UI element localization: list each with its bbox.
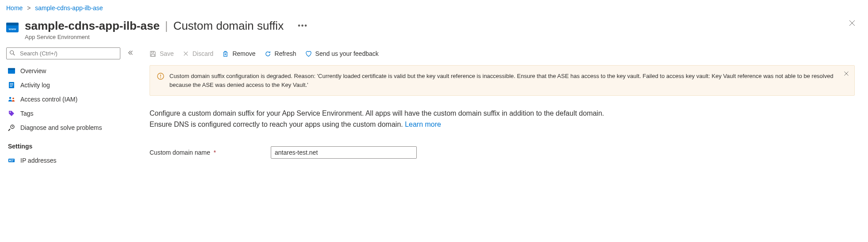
heart-icon [305,51,312,57]
svg-rect-17 [11,160,14,160]
sidebar-section-settings: Settings [4,135,137,153]
sidebar-item-overview[interactable]: Overview [4,64,137,78]
activity-log-icon [8,82,15,89]
warning-banner: Custom domain suffix configuration is de… [150,65,855,96]
save-label: Save [160,50,174,57]
learn-more-link[interactable]: Learn more [405,121,441,128]
svg-point-12 [12,98,14,99]
sidebar-item-label: Activity log [20,82,50,89]
page-subpage-title: Custom domain suffix [173,19,284,33]
required-indicator: * [214,149,216,156]
svg-rect-16 [9,160,11,161]
svg-rect-1 [6,23,19,25]
page-header: www sample-cdns-app-ilb-ase | Custom dom… [0,15,868,47]
remove-icon [222,51,229,57]
close-icon [849,20,856,27]
banner-message: Custom domain suffix configuration is de… [169,72,847,89]
svg-line-4 [13,54,15,55]
remove-button[interactable]: Remove [222,50,255,57]
svg-rect-18 [11,161,13,161]
breadcrumb-home-link[interactable]: Home [6,4,23,12]
feedback-label: Send us your feedback [315,50,379,57]
sidebar: Overview Activity log Access control (IA… [4,47,137,168]
svg-text:www: www [8,27,16,31]
more-actions-button[interactable]: ••• [298,19,308,33]
svg-point-23 [160,78,161,78]
svg-point-3 [10,51,14,54]
feedback-button[interactable]: Send us your feedback [305,50,379,57]
remove-label: Remove [232,50,255,57]
svg-point-11 [9,97,12,99]
discard-icon [183,51,189,57]
page-title: sample-cdns-app-ilb-ase [25,19,160,33]
banner-close-button[interactable] [844,71,849,78]
refresh-label: Refresh [275,50,296,57]
command-toolbar: Save Discard Remove Refresh Send us your… [150,47,855,65]
access-control-icon [8,96,15,103]
ip-addresses-icon [8,157,15,164]
info-warning-icon [157,73,164,80]
main-content: Save Discard Remove Refresh Send us your… [150,47,868,168]
svg-rect-20 [151,54,155,56]
title-separator: | [165,19,168,33]
save-icon [150,51,156,57]
resource-type-label: App Service Environment [25,34,308,40]
description-text: Configure a custom domain suffix for you… [150,109,604,128]
svg-rect-10 [10,86,12,86]
custom-domain-label: Custom domain name [150,149,210,156]
sidebar-item-label: Diagnose and solve problems [20,124,102,131]
refresh-icon [265,51,271,57]
svg-rect-8 [10,83,13,84]
breadcrumb-resource-link[interactable]: sample-cdns-app-ilb-ase [35,4,103,12]
sidebar-item-ip-addresses[interactable]: IP addresses [4,153,137,168]
svg-point-13 [10,112,11,113]
sidebar-item-diagnose[interactable]: Diagnose and solve problems [4,121,137,135]
chevron-double-left-icon [127,50,134,56]
svg-rect-19 [152,51,154,53]
discard-button[interactable]: Discard [183,50,213,57]
breadcrumb-separator: > [27,4,31,12]
diagnose-icon [8,124,15,131]
sidebar-item-activity-log[interactable]: Activity log [4,78,137,92]
sidebar-search-input[interactable] [6,47,120,59]
sidebar-item-label: Overview [20,67,46,74]
svg-rect-22 [160,74,161,77]
collapse-sidebar-button[interactable] [126,48,135,59]
sidebar-item-label: IP addresses [20,157,56,164]
overview-icon [8,67,15,74]
search-icon [9,50,15,57]
custom-domain-row: Custom domain name * [150,146,855,159]
tags-icon [8,110,15,117]
save-button[interactable]: Save [150,50,174,57]
page-description: Configure a custom domain suffix for you… [150,108,614,130]
close-blade-button[interactable] [849,20,856,28]
sidebar-item-access-control[interactable]: Access control (IAM) [4,92,137,106]
custom-domain-input[interactable] [271,146,417,159]
app-service-environment-icon: www [6,21,19,34]
sidebar-item-tags[interactable]: Tags [4,106,137,121]
breadcrumb: Home > sample-cdns-app-ilb-ase [0,0,868,15]
close-icon [844,71,849,76]
sidebar-item-label: Access control (IAM) [20,96,77,103]
svg-rect-9 [10,85,13,85]
refresh-button[interactable]: Refresh [265,50,296,57]
sidebar-item-label: Tags [20,110,34,117]
svg-rect-6 [8,68,15,70]
discard-label: Discard [192,50,213,57]
